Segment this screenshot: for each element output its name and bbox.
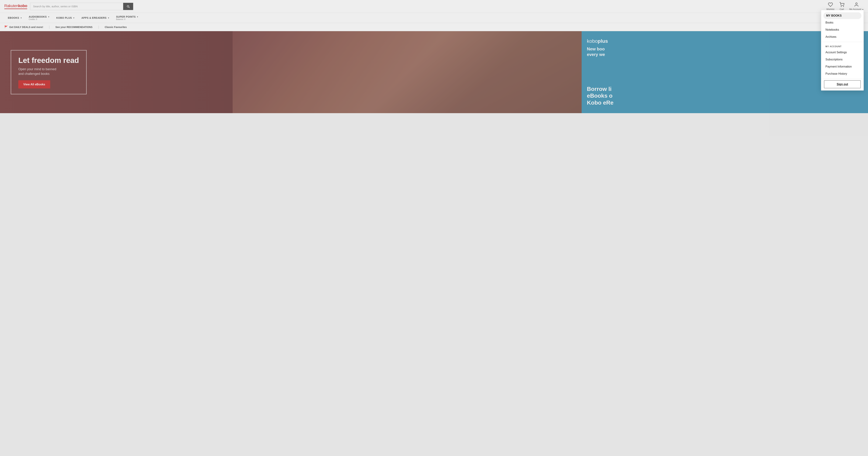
dropdown-my-account-section: MY ACCOUNT	[821, 44, 864, 49]
dropdown-books-label: Books	[826, 21, 833, 24]
dropdown-subscriptions-label: Subscriptions	[826, 58, 842, 61]
dropdown-divider-1	[821, 42, 864, 42]
dropdown-notebooks-label: Notebooks	[826, 28, 839, 31]
dropdown-payment-information[interactable]: Payment Information	[821, 63, 864, 70]
dropdown-books[interactable]: Books	[821, 19, 864, 26]
dropdown-overlay[interactable]	[0, 0, 868, 113]
dropdown-sign-out[interactable]: Sign out	[824, 80, 861, 88]
dropdown-purchase-history-label: Purchase History	[826, 72, 847, 75]
dropdown-payment-information-label: Payment Information	[826, 65, 852, 68]
dropdown-notebooks[interactable]: Notebooks	[821, 26, 864, 33]
dropdown-sign-out-label: Sign out	[837, 83, 848, 86]
dropdown-my-books-label: MY BOOKS	[826, 14, 842, 17]
dropdown-purchase-history[interactable]: Purchase History	[821, 70, 864, 77]
dropdown-archives-label: Archives	[826, 35, 836, 38]
dropdown-archives[interactable]: Archives	[821, 33, 864, 40]
dropdown-account-settings-label: Account Settings	[826, 51, 847, 54]
account-dropdown: MY BOOKS Books Notebooks Archives MY ACC…	[821, 10, 864, 90]
dropdown-my-books[interactable]: MY BOOKS	[823, 12, 861, 19]
dropdown-subscriptions[interactable]: Subscriptions	[821, 56, 864, 63]
dropdown-account-settings[interactable]: Account Settings	[821, 49, 864, 56]
